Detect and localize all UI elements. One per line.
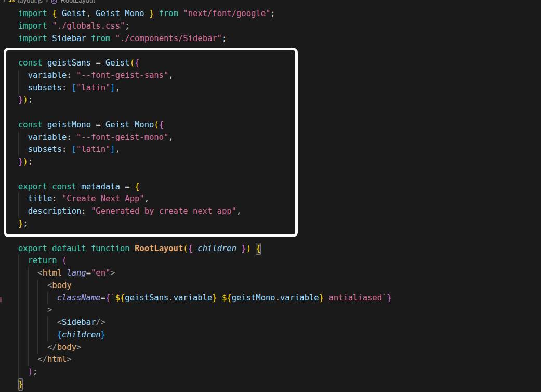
code-line[interactable] [18, 45, 392, 57]
indent-guide [28, 280, 38, 292]
code-line[interactable] [18, 107, 392, 119]
code-token: { [256, 243, 260, 255]
indent-guide [37, 292, 47, 305]
code-line[interactable]: <html lang="en"> [18, 267, 392, 280]
code-token [217, 292, 222, 305]
indent-guide [28, 354, 38, 366]
code-line[interactable]: const geistMono = Geist_Mono({ [18, 119, 392, 132]
code-line[interactable]: description: "Generated by create next a… [18, 205, 392, 218]
code-token: } [101, 329, 105, 342]
code-line[interactable]: variable: "--font-geist-mono", [18, 132, 392, 144]
code-token: metadata [81, 181, 120, 193]
code-token [236, 243, 241, 255]
code-token: ) [246, 243, 251, 255]
code-token: > [76, 342, 81, 354]
code-token: ) [23, 94, 28, 107]
code-line[interactable] [18, 230, 392, 243]
code-token: "Create Next App" [62, 193, 144, 205]
code-token: { [188, 243, 193, 255]
code-token: < [57, 317, 62, 329]
code-token: </ [47, 342, 57, 354]
indent-guide [28, 304, 38, 317]
javascript-file-icon: JS [8, 0, 15, 5]
code-token: "next/font/google" [183, 8, 270, 20]
code-line[interactable]: import "./globals.css"; [18, 20, 392, 33]
code-token: : [62, 143, 72, 156]
code-line[interactable]: subsets: ["latin"], [18, 82, 392, 95]
code-token: ${ [115, 292, 125, 305]
code-token: { [159, 119, 164, 132]
code-line[interactable]: <Sidebar/> [18, 317, 392, 329]
code-line[interactable]: }); [18, 156, 392, 168]
code-line[interactable]: className={`${geistSans.variable} ${geis… [18, 292, 392, 305]
code-token: variable [28, 70, 67, 82]
code-token: "--font-geist-sans" [76, 70, 168, 82]
code-line[interactable] [18, 168, 392, 181]
indent-guide [47, 292, 57, 305]
breadcrumb-item-symbol[interactable]: RootLayout [60, 0, 95, 5]
code-token: title [28, 193, 52, 205]
code-line[interactable]: subsets: ["latin"], [18, 143, 392, 156]
indent-guide [28, 317, 38, 329]
indent-guide [18, 132, 28, 144]
code-token: ( [130, 57, 135, 70]
code-token: "./globals.css" [52, 20, 125, 33]
vscode-editor-window: { "breadcrumb": { "sep": "›", "file_icon… [0, 0, 541, 392]
code-editor[interactable]: import { Geist, Geist_Mono } from "next/… [18, 8, 392, 391]
code-token: ; [28, 94, 33, 107]
code-token: { [105, 292, 110, 305]
code-line[interactable]: title: "Create Next App", [18, 193, 392, 205]
code-token: . [168, 292, 173, 305]
code-token: = [101, 292, 105, 305]
code-line[interactable]: import Sidebar from "./components/Sideba… [18, 33, 392, 45]
code-line[interactable]: } [18, 378, 392, 391]
code-line[interactable]: </body> [18, 342, 392, 354]
code-token [193, 243, 197, 255]
indent-guide [37, 329, 47, 342]
code-line[interactable]: }); [18, 94, 392, 107]
code-token: html [43, 267, 62, 280]
code-line[interactable]: }; [18, 218, 392, 230]
code-line[interactable]: {children} [18, 329, 392, 342]
code-token: . [275, 292, 280, 305]
code-token: } [319, 292, 324, 305]
code-line[interactable]: variable: "--font-geist-sans", [18, 70, 392, 82]
code-line[interactable]: > [18, 304, 392, 317]
code-token: } [18, 378, 23, 391]
code-token: , [168, 132, 173, 144]
indent-guide [18, 82, 28, 95]
code-line[interactable]: const geistSans = Geist({ [18, 57, 392, 70]
code-token: variable [28, 132, 67, 144]
code-line[interactable]: export default function RootLayout({ chi… [18, 243, 392, 255]
code-line[interactable]: <body [18, 280, 392, 292]
indent-guide [18, 292, 28, 305]
code-token: geistSans [47, 57, 91, 70]
code-token: "latin" [76, 82, 110, 95]
indent-guide [18, 70, 28, 82]
indent-guide [18, 205, 28, 218]
code-token: import [18, 8, 52, 20]
code-line[interactable]: export const metadata = { [18, 181, 392, 193]
breadcrumb-item-file[interactable]: layout.js [18, 0, 43, 5]
indent-guide [18, 193, 28, 205]
code-token: , [115, 143, 120, 156]
code-token: , [236, 205, 241, 218]
code-token: ] [110, 82, 115, 95]
code-token: > [47, 304, 52, 317]
code-token: } [18, 94, 23, 107]
code-line[interactable]: return ( [18, 255, 392, 267]
code-line[interactable]: import { Geist, Geist_Mono } from "next/… [18, 8, 392, 20]
code-line[interactable]: </html> [18, 354, 392, 366]
code-token [251, 243, 256, 255]
code-token: } [18, 218, 23, 230]
code-line[interactable]: ); [18, 366, 392, 378]
code-token: ( [154, 119, 159, 132]
code-token: className [57, 292, 101, 305]
code-token: < [37, 267, 42, 280]
code-token: ; [222, 33, 227, 45]
code-token: variable [174, 292, 213, 305]
code-token: return [28, 255, 62, 267]
code-token: { [135, 57, 139, 70]
indent-guide [18, 329, 28, 342]
code-token: "./components/Sidebar" [115, 33, 222, 45]
